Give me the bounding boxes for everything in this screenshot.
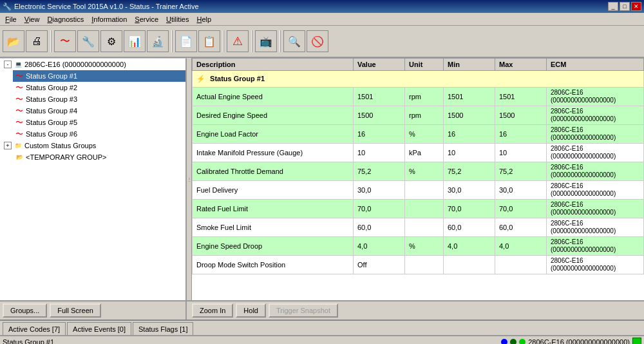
cell-ecm: 2806C-E16(00000000000000000) — [547, 256, 644, 274]
tool1-button[interactable]: 🔧 — [77, 30, 99, 52]
title-bar-text: Electronic Service Tool 2015A v1.0 - Sta… — [14, 3, 199, 10]
sidebar-item-sg3[interactable]: 〜 Status Group #3 — [13, 93, 185, 105]
tool2-button[interactable]: ⚙ — [100, 30, 122, 52]
table-row: Actual Engine Speed 1501 rpm 1501 1501 2… — [193, 88, 644, 106]
computer-icon: 💻 — [13, 59, 23, 70]
bottom-button-row: Groups... Full Screen Zoom In Hold Trigg… — [0, 300, 644, 320]
table-row: Fuel Delivery 30,0 30,0 30,0 2806C-E16(0… — [193, 181, 644, 200]
toolbar-sep-3 — [223, 30, 224, 52]
minimize-button[interactable]: _ — [608, 2, 618, 11]
tab-active-events[interactable]: Active Events [0] — [67, 322, 131, 335]
waveform-icon-sg2: 〜 — [14, 82, 24, 93]
cell-unit — [405, 200, 444, 218]
tree-expand-csg[interactable]: + — [4, 142, 12, 149]
status-dot-green — [519, 339, 526, 344]
toolbar-sep-4 — [251, 30, 252, 52]
menu-bar: File View Diagnostics Information Servic… — [0, 13, 644, 26]
menu-view[interactable]: View — [21, 14, 44, 24]
sidebar-label-tmp: <TEMPORARY GROUP> — [26, 153, 107, 161]
waveform-icon-sg1: 〜 — [14, 71, 24, 81]
tool3-button[interactable]: 📊 — [124, 30, 146, 52]
cell-min: 30,0 — [444, 181, 495, 200]
cell-unit: % — [405, 237, 444, 256]
cell-value: 75,2 — [354, 162, 405, 181]
cancel-button[interactable]: 🚫 — [307, 30, 328, 52]
tab-status-flags-label: Status Flags [1] — [138, 325, 187, 333]
app-icon: 🔧 — [3, 3, 12, 11]
tree-root-label: 2806C-E16 (000000000000000) — [24, 61, 126, 68]
sidebar-item-sg5[interactable]: 〜 Status Group #5 — [13, 117, 185, 128]
sidebar-item-sg1[interactable]: 〜 Status Group #1 — [13, 70, 185, 82]
trigger-snapshot-button: Trigger Snapshot — [269, 303, 338, 318]
menu-service[interactable]: Service — [131, 14, 162, 24]
cell-desc: Droop Mode Switch Position — [193, 256, 354, 274]
cell-desc: Smoke Fuel Limit — [193, 218, 354, 237]
doc2-button[interactable]: 📋 — [198, 30, 220, 52]
close-button[interactable]: ✕ — [631, 2, 641, 11]
cell-desc: Engine Load Factor — [193, 125, 354, 144]
status-dot-blue — [501, 339, 507, 344]
open-button[interactable]: 📂 — [3, 30, 24, 52]
sidebar-label-sg4: Status Group #4 — [26, 107, 77, 115]
folder-icon-tmp: 📂 — [14, 152, 24, 162]
tab-bar: Active Codes [7] Active Events [0] Statu… — [0, 320, 644, 335]
ecm-button[interactable]: 〜 — [54, 30, 76, 52]
cell-desc: Actual Engine Speed — [193, 88, 354, 106]
cell-desc: Calibrated Throttle Demand — [193, 162, 354, 181]
tree-expand-root[interactable]: - — [4, 61, 12, 68]
menu-information[interactable]: Information — [88, 14, 131, 24]
hold-button[interactable]: Hold — [236, 303, 266, 318]
header-max: Max — [495, 59, 547, 71]
cell-unit — [405, 256, 444, 274]
cell-unit: % — [405, 162, 444, 181]
menu-file[interactable]: File — [1, 14, 21, 24]
resize-handle[interactable]: ⋮ — [187, 58, 192, 300]
cell-ecm: 2806C-E16(00000000000000000) — [547, 181, 644, 200]
header-ecm: ECM — [547, 59, 644, 71]
sidebar-item-sg6[interactable]: 〜 Status Group #6 — [13, 128, 185, 140]
sidebar-label-sg6: Status Group #6 — [26, 130, 77, 138]
status-bar: Status Group #1 2806C-E16 (0000000000000… — [0, 335, 644, 344]
sidebar-item-csg[interactable]: + 📁 Custom Status Groups — [3, 140, 185, 151]
tab-status-flags[interactable]: Status Flags [1] — [133, 322, 193, 335]
status-button[interactable]: 📺 — [255, 30, 277, 52]
tab-active-codes[interactable]: Active Codes [7] — [3, 322, 66, 335]
sidebar-item-sg4[interactable]: 〜 Status Group #4 — [13, 105, 185, 117]
cell-value: 70,0 — [354, 200, 405, 218]
print-button[interactable]: 🖨 — [26, 30, 48, 52]
groups-button[interactable]: Groups... — [3, 303, 47, 318]
menu-diagnostics[interactable]: Diagnostics — [43, 14, 88, 24]
tab-active-events-label: Active Events [0] — [73, 325, 126, 333]
cell-min: 1501 — [444, 88, 495, 106]
table-row: Engine Speed Droop 4,0 % 4,0 4,0 2806C-E… — [193, 237, 644, 256]
table-row: Desired Engine Speed 1500 rpm 1500 1500 … — [193, 106, 644, 125]
sidebar-label-sg3: Status Group #3 — [26, 95, 77, 103]
waveform-icon-sg5: 〜 — [14, 117, 24, 128]
tool4-button[interactable]: 🔬 — [147, 30, 169, 52]
sidebar-item-tmp[interactable]: 📂 <TEMPORARY GROUP> — [13, 151, 185, 163]
cell-max: 4,0 — [495, 237, 547, 256]
cell-desc: Intake Manifold Pressure (Gauge) — [193, 144, 354, 162]
cell-max: 70,0 — [495, 200, 547, 218]
menu-utilities[interactable]: Utilities — [162, 14, 193, 24]
maximize-button[interactable]: □ — [620, 2, 630, 11]
tree-root[interactable]: - 💻 2806C-E16 (000000000000000) — [3, 59, 185, 70]
cell-min: 75,2 — [444, 162, 495, 181]
main-area: - 💻 2806C-E16 (000000000000000) 〜 Status… — [0, 58, 644, 300]
cell-ecm: 2806C-E16(00000000000000000) — [547, 106, 644, 125]
header-value: Value — [354, 59, 405, 71]
cell-min: 1500 — [444, 106, 495, 125]
group-header-row: ⚡ Status Group #1 — [193, 71, 644, 88]
cell-ecm: 2806C-E16(00000000000000000) — [547, 218, 644, 237]
cell-unit: % — [405, 125, 444, 144]
fullscreen-button[interactable]: Full Screen — [50, 303, 101, 318]
cell-min: 4,0 — [444, 237, 495, 256]
menu-help[interactable]: Help — [193, 14, 215, 24]
green-status-indicator — [632, 338, 641, 344]
fault-button[interactable]: ⚠ — [227, 30, 249, 52]
search-button[interactable]: 🔍 — [283, 30, 305, 52]
sidebar-label-sg5: Status Group #5 — [26, 119, 77, 126]
doc-button[interactable]: 📄 — [175, 30, 197, 52]
zoom-in-button[interactable]: Zoom In — [192, 303, 233, 318]
sidebar-item-sg2[interactable]: 〜 Status Group #2 — [13, 82, 185, 93]
